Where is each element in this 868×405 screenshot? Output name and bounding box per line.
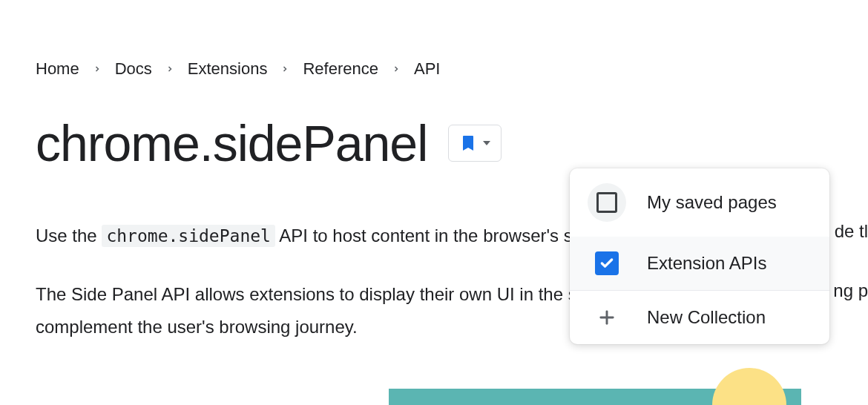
dropdown-item-label: Extension APIs <box>647 253 766 274</box>
bookmark-dropdown-button[interactable] <box>448 125 502 162</box>
cutoff-text: de tl <box>835 221 868 242</box>
checkbox-unchecked-icon <box>588 183 626 222</box>
bookmark-dropdown-menu: My saved pages Extension APIs New Collec… <box>570 168 829 344</box>
checkbox-checked-icon <box>595 251 619 275</box>
caret-down-icon <box>483 141 490 145</box>
breadcrumb: Home Docs Extensions Reference API <box>36 59 868 79</box>
decorative-circle <box>712 368 786 405</box>
page-title: chrome.sidePanel <box>36 114 427 172</box>
breadcrumb-api[interactable]: API <box>414 59 440 79</box>
dropdown-item-new-collection[interactable]: New Collection <box>570 291 829 344</box>
breadcrumb-home[interactable]: Home <box>36 59 79 79</box>
bookmark-icon <box>459 133 477 154</box>
code-api-name: chrome.sidePanel <box>102 225 275 247</box>
dropdown-item-label: My saved pages <box>647 192 777 213</box>
breadcrumb-docs[interactable]: Docs <box>115 59 152 79</box>
chevron-right-icon <box>165 65 174 73</box>
breadcrumb-extensions[interactable]: Extensions <box>188 59 268 79</box>
chevron-right-icon <box>280 65 289 73</box>
chevron-right-icon <box>93 65 102 73</box>
dropdown-item-extension-apis[interactable]: Extension APIs <box>570 237 829 290</box>
dropdown-item-label: New Collection <box>647 307 766 328</box>
chevron-right-icon <box>392 65 401 73</box>
dropdown-item-my-saved-pages[interactable]: My saved pages <box>570 168 829 237</box>
cutoff-text: ng p <box>833 280 868 301</box>
plus-icon <box>595 306 619 329</box>
breadcrumb-reference[interactable]: Reference <box>303 59 378 79</box>
